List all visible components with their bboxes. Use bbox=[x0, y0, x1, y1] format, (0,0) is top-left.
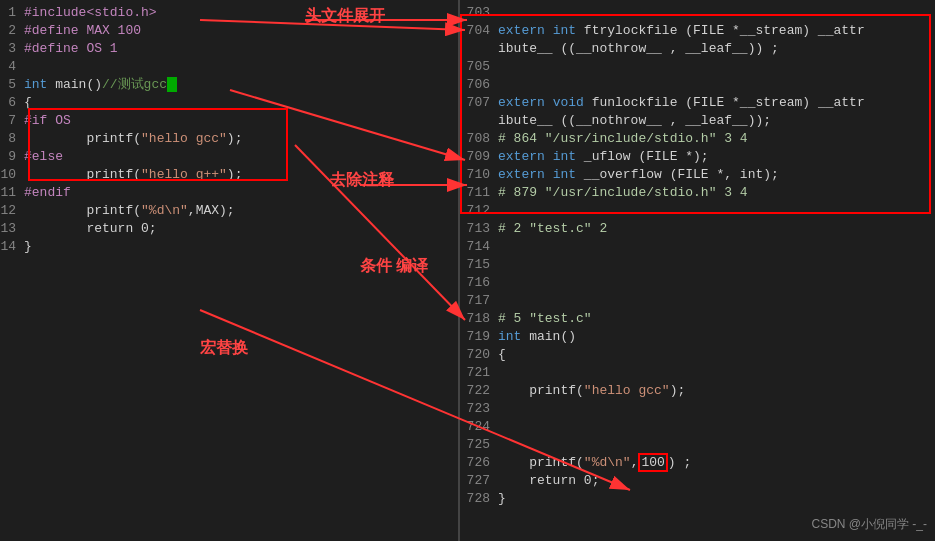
right-line-711: 711 # 879 "/usr/include/stdio.h" 3 4 bbox=[460, 184, 935, 202]
right-line-708: 708 # 864 "/usr/include/stdio.h" 3 4 bbox=[460, 130, 935, 148]
left-panel: 1 #include<stdio.h> 2 #define MAX 100 3 … bbox=[0, 0, 460, 541]
code-line-9: 9 #else bbox=[0, 148, 458, 166]
right-line-718: 718 # 5 "test.c" bbox=[460, 310, 935, 328]
right-line-706: 706 bbox=[460, 76, 935, 94]
code-line-8: 8 printf("hello gcc"); bbox=[0, 130, 458, 148]
main-container: 1 #include<stdio.h> 2 #define MAX 100 3 … bbox=[0, 0, 935, 541]
right-line-713: 713 # 2 "test.c" 2 bbox=[460, 220, 935, 238]
right-line-726: 726 printf("%d\n",100) ; bbox=[460, 454, 935, 472]
right-line-703: 703 bbox=[460, 4, 935, 22]
right-line-704: 704 extern int ftrylockfile (FILE *__str… bbox=[460, 22, 935, 58]
code-line-12: 12 printf("%d\n",MAX); bbox=[0, 202, 458, 220]
right-line-721: 721 bbox=[460, 364, 935, 382]
right-line-728: 728 } bbox=[460, 490, 935, 508]
right-line-722: 722 printf("hello gcc"); bbox=[460, 382, 935, 400]
code-line-5: 5 int main()//测试gcc bbox=[0, 76, 458, 94]
right-line-712: 712 bbox=[460, 202, 935, 220]
right-panel: 703 704 extern int ftrylockfile (FILE *_… bbox=[460, 0, 935, 541]
right-line-709: 709 extern int _uflow (FILE *); bbox=[460, 148, 935, 166]
right-line-727: 727 return 0; bbox=[460, 472, 935, 490]
code-line-1: 1 #include<stdio.h> bbox=[0, 4, 458, 22]
right-line-725: 725 bbox=[460, 436, 935, 454]
code-line-11: 11 #endif bbox=[0, 184, 458, 202]
code-line-13: 13 return 0; bbox=[0, 220, 458, 238]
right-line-723: 723 bbox=[460, 400, 935, 418]
code-line-10: 10 printf("hello g++"); bbox=[0, 166, 458, 184]
code-line-2: 2 #define MAX 100 bbox=[0, 22, 458, 40]
code-line-6: 6 { bbox=[0, 94, 458, 112]
right-line-724: 724 bbox=[460, 418, 935, 436]
right-line-719: 719 int main() bbox=[460, 328, 935, 346]
right-line-707: 707 extern void funlockfile (FILE *__str… bbox=[460, 94, 935, 130]
code-line-7: 7 #if OS bbox=[0, 112, 458, 130]
code-line-14: 14 } bbox=[0, 238, 458, 256]
code-line-3: 3 #define OS 1 bbox=[0, 40, 458, 58]
right-line-715: 715 bbox=[460, 256, 935, 274]
code-line-4: 4 bbox=[0, 58, 458, 76]
right-line-717: 717 bbox=[460, 292, 935, 310]
right-line-716: 716 bbox=[460, 274, 935, 292]
right-line-705: 705 bbox=[460, 58, 935, 76]
right-line-720: 720 { bbox=[460, 346, 935, 364]
right-line-710: 710 extern int __overflow (FILE *, int); bbox=[460, 166, 935, 184]
right-line-714: 714 bbox=[460, 238, 935, 256]
